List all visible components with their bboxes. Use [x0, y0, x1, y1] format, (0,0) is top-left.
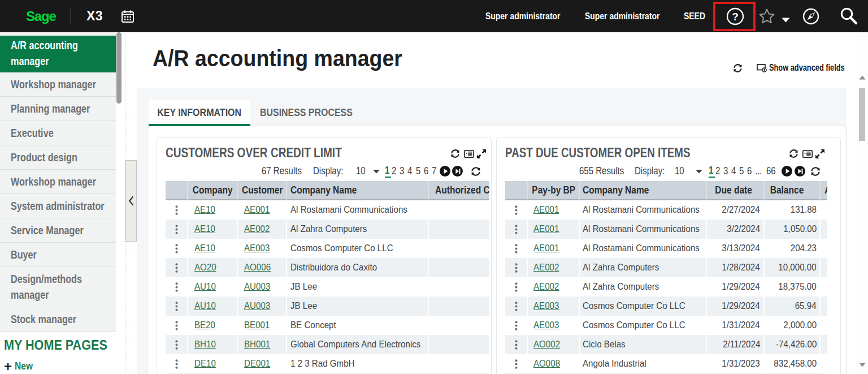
svg-text:?: ? [732, 11, 739, 23]
svg-text:Sage: Sage [26, 8, 56, 24]
